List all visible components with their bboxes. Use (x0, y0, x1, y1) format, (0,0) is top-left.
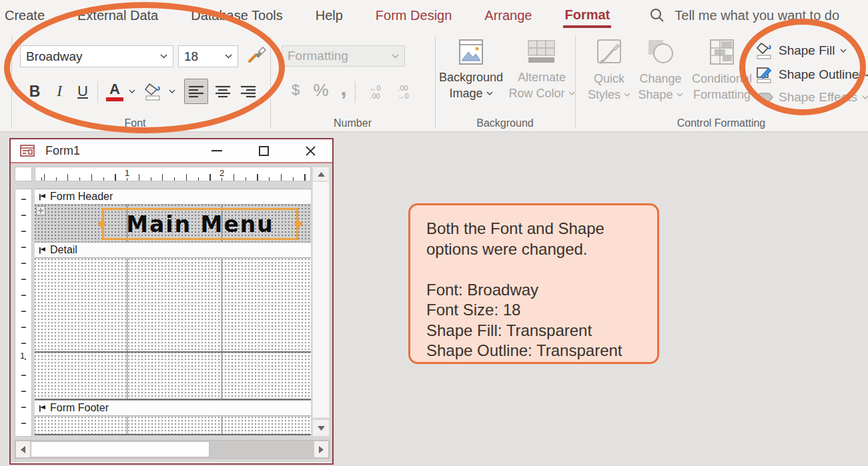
form-design-canvas: 1 2 1 Form Header (11, 163, 332, 462)
tab-arrange[interactable]: Arrange (483, 4, 533, 27)
chevron-down-icon (863, 73, 868, 77)
font-color-dropdown[interactable] (127, 79, 137, 104)
callout-line: Font Size: 18 (426, 300, 657, 321)
background-group-label: Background (435, 117, 575, 129)
font-size-combo[interactable]: 18 (178, 45, 238, 67)
ruler-ticks (21, 199, 26, 425)
form-icon (20, 145, 35, 157)
chevron-down-icon (160, 54, 167, 59)
close-button[interactable] (296, 139, 325, 162)
ribbon-tab-bar: Create External Data Database Tools Help… (0, 0, 868, 31)
callout-line: Shape Outline: Transparent (426, 341, 657, 361)
shape-effects-label: Shape Effects (779, 90, 857, 105)
form1-title-bar[interactable]: Form1 (11, 139, 332, 163)
shape-effects-icon (755, 89, 774, 105)
font-name-combo[interactable]: Broadway (20, 45, 173, 67)
window-title: Form1 (45, 144, 80, 158)
bold-button[interactable]: B (24, 79, 45, 104)
vertical-ruler[interactable]: 1 (15, 189, 32, 437)
callout-line: Font: Broadway (426, 280, 657, 301)
number-group-label: Number (270, 117, 435, 129)
background-image-icon (457, 39, 485, 65)
tell-me-label: Tell me what you want to do (675, 8, 839, 23)
tab-format[interactable]: Format (563, 3, 611, 28)
quick-styles-icon (594, 37, 624, 68)
tell-me-search[interactable]: Tell me what you want to do (649, 7, 839, 23)
align-center-button[interactable] (211, 79, 235, 104)
separator (97, 81, 98, 103)
underline-button[interactable]: U (72, 79, 93, 104)
background-image-label: Background (439, 69, 503, 85)
scrollbar-thumb[interactable] (31, 441, 209, 457)
form-footer-bar[interactable]: Form Footer (35, 400, 311, 416)
vertical-scrollbar-track[interactable] (312, 181, 330, 418)
tab-external-data[interactable]: External Data (76, 4, 159, 27)
shape-fill-button[interactable]: Shape Fill (755, 41, 847, 60)
tab-create[interactable]: Create (3, 4, 46, 27)
font-size-value: 18 (184, 49, 198, 64)
italic-button[interactable]: I (49, 79, 69, 104)
change-shape-icon (644, 37, 677, 68)
scroll-up-button[interactable] (312, 167, 330, 181)
arrow-down-icon (318, 426, 325, 431)
control-formatting-group-label: Control Formatting (575, 117, 867, 129)
ruler-mark-1: 1 (123, 168, 131, 178)
maximize-button[interactable] (249, 139, 278, 162)
font-color-button[interactable]: A (103, 79, 127, 104)
horizontal-scrollbar[interactable] (15, 440, 330, 459)
maximize-icon (259, 146, 269, 156)
detail-grid[interactable] (35, 259, 311, 400)
alternate-row-color-button: Alternate Row Color (508, 39, 575, 101)
shape-fill-label: Shape Fill (779, 43, 835, 58)
shape-effects-button: Shape Effects (755, 89, 868, 105)
form-footer-grid[interactable] (35, 417, 311, 435)
scroll-down-button[interactable] (312, 419, 330, 437)
section-selector-icon[interactable] (36, 206, 45, 215)
comma-button: , (336, 75, 351, 101)
tab-database-tools[interactable]: Database Tools (189, 4, 284, 27)
ruler-mark-v1: 1 (20, 349, 25, 362)
callout-line: Both the Font and Shape (426, 219, 657, 239)
align-center-icon (215, 85, 231, 98)
scroll-left-button[interactable] (16, 441, 30, 457)
tab-form-design[interactable]: Form Design (374, 4, 453, 27)
callout-line (426, 259, 657, 280)
fill-color-dropdown[interactable] (167, 79, 177, 104)
align-left-button[interactable] (184, 79, 208, 104)
tab-help[interactable]: Help (314, 4, 344, 27)
form1-window: Form1 1 2 (9, 138, 334, 465)
align-left-icon (188, 85, 204, 98)
minimize-button[interactable] (202, 139, 232, 162)
main-menu-label-control[interactable]: Main Menu (102, 208, 298, 240)
alternate-row-color-label: Alternate (518, 69, 566, 85)
shape-outline-button[interactable]: Shape Outline (755, 65, 868, 84)
arrow-right-icon (319, 446, 324, 453)
separator (355, 81, 356, 103)
format-painter-icon (247, 45, 267, 65)
arrow-up-icon (318, 172, 325, 177)
background-image-button[interactable]: Background Image (434, 39, 508, 101)
gridline (127, 417, 127, 434)
form-header-bar[interactable]: Form Header (35, 189, 311, 205)
chevron-down-icon (862, 95, 868, 99)
minimize-icon (211, 150, 222, 152)
chevron-down-icon (486, 91, 493, 95)
horizontal-ruler[interactable]: 1 2 (35, 167, 311, 181)
form-footer-label: Form Footer (50, 402, 109, 414)
chevron-down-icon (624, 93, 630, 97)
ruler-corner[interactable] (15, 167, 32, 181)
detail-bar[interactable]: Detail (35, 242, 311, 258)
scroll-right-button[interactable] (314, 441, 328, 457)
shape-outline-icon (755, 65, 774, 84)
shape-fill-icon (755, 41, 774, 60)
format-painter-button[interactable] (244, 43, 270, 68)
fill-color-button[interactable] (141, 79, 165, 104)
chevron-down-icon (840, 49, 847, 53)
decrease-decimals-button: .00→0 (390, 84, 416, 100)
change-shape-label: Change (639, 71, 681, 87)
number-format-combo: Formatting (282, 45, 405, 67)
font-color-icon: A (106, 82, 123, 101)
alternate-row-color-icon (526, 39, 557, 65)
align-right-button[interactable] (236, 79, 260, 104)
close-icon (306, 146, 316, 156)
